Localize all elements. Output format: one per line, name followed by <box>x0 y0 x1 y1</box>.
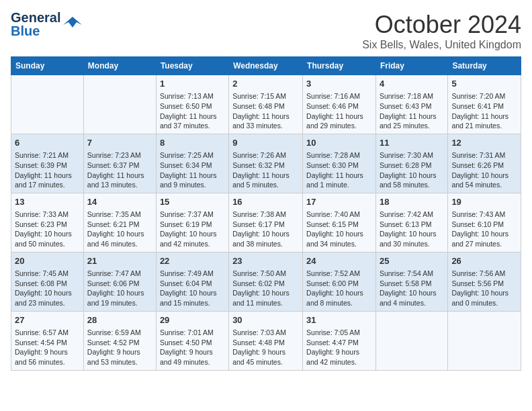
sunset-text: Sunset: 4:47 PM <box>306 338 359 347</box>
day-number: 21 <box>87 255 152 267</box>
sunrise-text: Sunrise: 7:40 AM <box>306 210 360 218</box>
calendar-cell: 3 Sunrise: 7:16 AM Sunset: 6:46 PM Dayli… <box>303 75 376 134</box>
daylight-text: Daylight: 9 hours and 42 minutes. <box>306 348 359 366</box>
calendar-week-2: 6 Sunrise: 7:21 AM Sunset: 6:39 PM Dayli… <box>11 134 521 193</box>
daylight-text: Daylight: 10 hours and 0 minutes. <box>451 289 508 307</box>
calendar-cell: 4 Sunrise: 7:18 AM Sunset: 6:43 PM Dayli… <box>375 75 447 134</box>
calendar-cell: 16 Sunrise: 7:38 AM Sunset: 6:17 PM Dayl… <box>229 193 303 252</box>
daylight-text: Daylight: 10 hours and 23 minutes. <box>15 289 72 307</box>
calendar-cell <box>11 75 84 134</box>
sunset-text: Sunset: 6:28 PM <box>380 161 432 169</box>
calendar-cell: 2 Sunrise: 7:15 AM Sunset: 6:48 PM Dayli… <box>229 75 303 134</box>
daylight-text: Daylight: 10 hours and 34 minutes. <box>306 230 363 248</box>
logo-bird-icon <box>63 15 82 30</box>
daylight-text: Daylight: 10 hours and 38 minutes. <box>232 230 290 248</box>
daylight-text: Daylight: 10 hours and 58 minutes. <box>380 171 437 189</box>
sunrise-text: Sunrise: 7:33 AM <box>15 210 69 218</box>
sunrise-text: Sunrise: 7:16 AM <box>306 92 360 100</box>
sunrise-text: Sunrise: 7:52 AM <box>306 269 360 277</box>
header: General Blue October 2024 Six Bells, Wal… <box>11 11 521 51</box>
day-number: 26 <box>451 255 517 267</box>
calendar-cell: 26 Sunrise: 7:56 AM Sunset: 5:56 PM Dayl… <box>448 252 521 311</box>
calendar-cell: 24 Sunrise: 7:52 AM Sunset: 6:00 PM Dayl… <box>303 252 376 311</box>
day-number: 16 <box>232 196 299 208</box>
sunset-text: Sunset: 4:52 PM <box>87 338 140 347</box>
sunset-text: Sunset: 4:48 PM <box>232 338 285 347</box>
daylight-text: Daylight: 11 hours and 9 minutes. <box>160 171 217 189</box>
sunrise-text: Sunrise: 7:30 AM <box>380 151 433 159</box>
day-number: 10 <box>306 137 372 149</box>
logo-line1: General <box>11 11 60 24</box>
sunrise-text: Sunrise: 7:05 AM <box>306 328 360 336</box>
sunset-text: Sunset: 6:06 PM <box>87 279 140 287</box>
sunset-text: Sunset: 6:21 PM <box>87 220 140 228</box>
sunset-text: Sunset: 6:08 PM <box>15 279 67 287</box>
calendar-cell: 29 Sunrise: 7:01 AM Sunset: 4:50 PM Dayl… <box>156 311 228 370</box>
sunset-text: Sunset: 5:56 PM <box>451 279 504 287</box>
day-number: 12 <box>451 137 517 149</box>
daylight-text: Daylight: 11 hours and 25 minutes. <box>380 112 437 130</box>
daylight-text: Daylight: 10 hours and 4 minutes. <box>380 289 437 307</box>
sunrise-text: Sunrise: 7:15 AM <box>232 92 286 100</box>
sunrise-text: Sunrise: 7:42 AM <box>380 210 433 218</box>
sunrise-text: Sunrise: 7:23 AM <box>87 151 141 159</box>
sunset-text: Sunset: 6:17 PM <box>232 220 285 228</box>
calendar-cell: 9 Sunrise: 7:26 AM Sunset: 6:32 PM Dayli… <box>229 134 303 193</box>
day-number: 14 <box>87 196 152 208</box>
calendar-cell: 27 Sunrise: 6:57 AM Sunset: 4:54 PM Dayl… <box>11 311 84 370</box>
day-number: 30 <box>232 314 299 326</box>
sunset-text: Sunset: 6:00 PM <box>306 279 359 287</box>
header-saturday: Saturday <box>448 57 521 75</box>
sunrise-text: Sunrise: 7:20 AM <box>451 92 505 100</box>
sunrise-text: Sunrise: 7:37 AM <box>160 210 214 218</box>
calendar-week-4: 20 Sunrise: 7:45 AM Sunset: 6:08 PM Dayl… <box>11 252 521 311</box>
daylight-text: Daylight: 9 hours and 45 minutes. <box>232 348 285 366</box>
sunrise-text: Sunrise: 7:26 AM <box>232 151 286 159</box>
calendar-cell: 6 Sunrise: 7:21 AM Sunset: 6:39 PM Dayli… <box>11 134 84 193</box>
sunrise-text: Sunrise: 7:50 AM <box>232 269 286 277</box>
sunset-text: Sunset: 6:10 PM <box>451 220 504 228</box>
sunset-text: Sunset: 4:50 PM <box>160 338 212 347</box>
calendar-cell: 22 Sunrise: 7:49 AM Sunset: 6:04 PM Dayl… <box>156 252 228 311</box>
daylight-text: Daylight: 11 hours and 37 minutes. <box>160 112 217 130</box>
daylight-text: Daylight: 11 hours and 1 minute. <box>306 171 363 189</box>
location-title: Six Bells, Wales, United Kingdom <box>362 39 521 51</box>
daylight-text: Daylight: 10 hours and 27 minutes. <box>451 230 508 248</box>
day-number: 17 <box>306 196 372 208</box>
daylight-text: Daylight: 10 hours and 30 minutes. <box>380 230 437 248</box>
title-section: October 2024 Six Bells, Wales, United Ki… <box>362 11 521 51</box>
calendar-cell: 30 Sunrise: 7:03 AM Sunset: 4:48 PM Dayl… <box>229 311 303 370</box>
calendar-cell: 7 Sunrise: 7:23 AM Sunset: 6:37 PM Dayli… <box>83 134 156 193</box>
day-number: 8 <box>160 137 225 149</box>
sunset-text: Sunset: 6:30 PM <box>306 161 359 169</box>
sunrise-text: Sunrise: 6:59 AM <box>87 328 141 336</box>
calendar-cell: 31 Sunrise: 7:05 AM Sunset: 4:47 PM Dayl… <box>303 311 376 370</box>
daylight-text: Daylight: 10 hours and 54 minutes. <box>451 171 508 189</box>
sunrise-text: Sunrise: 7:56 AM <box>451 269 505 277</box>
day-number: 7 <box>87 137 152 149</box>
sunrise-text: Sunrise: 7:54 AM <box>380 269 433 277</box>
sunset-text: Sunset: 6:34 PM <box>160 161 212 169</box>
daylight-text: Daylight: 10 hours and 8 minutes. <box>306 289 363 307</box>
sunrise-text: Sunrise: 7:45 AM <box>15 269 69 277</box>
calendar-cell: 10 Sunrise: 7:28 AM Sunset: 6:30 PM Dayl… <box>303 134 376 193</box>
sunrise-text: Sunrise: 7:03 AM <box>232 328 286 336</box>
calendar-cell: 15 Sunrise: 7:37 AM Sunset: 6:19 PM Dayl… <box>156 193 228 252</box>
sunset-text: Sunset: 6:41 PM <box>451 102 504 110</box>
sunrise-text: Sunrise: 7:47 AM <box>87 269 141 277</box>
day-number: 4 <box>380 78 444 90</box>
sunset-text: Sunset: 6:37 PM <box>87 161 140 169</box>
calendar-cell: 21 Sunrise: 7:47 AM Sunset: 6:06 PM Dayl… <box>83 252 156 311</box>
day-number: 23 <box>232 255 299 267</box>
day-number: 2 <box>232 78 299 90</box>
daylight-text: Daylight: 9 hours and 49 minutes. <box>160 348 213 366</box>
header-thursday: Thursday <box>303 57 376 75</box>
calendar-cell: 11 Sunrise: 7:30 AM Sunset: 6:28 PM Dayl… <box>375 134 447 193</box>
calendar-cell: 13 Sunrise: 7:33 AM Sunset: 6:23 PM Dayl… <box>11 193 84 252</box>
calendar-cell: 1 Sunrise: 7:13 AM Sunset: 6:50 PM Dayli… <box>156 75 228 134</box>
daylight-text: Daylight: 11 hours and 33 minutes. <box>232 112 290 130</box>
daylight-text: Daylight: 10 hours and 42 minutes. <box>160 230 217 248</box>
calendar-cell <box>448 311 521 370</box>
day-number: 13 <box>15 196 80 208</box>
day-number: 27 <box>15 314 80 326</box>
